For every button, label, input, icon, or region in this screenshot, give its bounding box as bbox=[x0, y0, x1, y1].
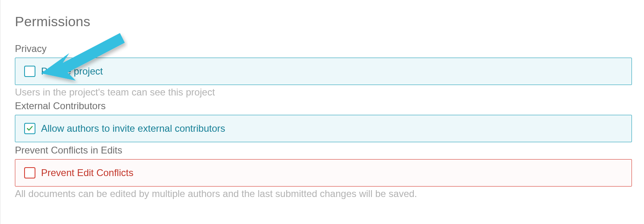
prevent-conflicts-option-label: Prevent Edit Conflicts bbox=[41, 167, 133, 178]
private-project-checkbox[interactable] bbox=[24, 66, 35, 77]
private-project-option[interactable]: Private project bbox=[15, 58, 632, 85]
section-title: Permissions bbox=[15, 14, 632, 29]
prevent-conflicts-checkbox[interactable] bbox=[24, 167, 35, 178]
check-icon bbox=[27, 125, 33, 132]
allow-external-checkbox[interactable] bbox=[24, 123, 35, 134]
allow-external-label: Allow authors to invite external contrib… bbox=[41, 123, 225, 134]
prevent-conflicts-label: Prevent Conflicts in Edits bbox=[15, 145, 632, 156]
conflicts-helper: All documents can be edited by multiple … bbox=[15, 188, 632, 199]
prevent-conflicts-option[interactable]: Prevent Edit Conflicts bbox=[15, 159, 632, 187]
private-project-label: Private project bbox=[41, 66, 103, 77]
privacy-helper: Users in the project's team can see this… bbox=[15, 87, 632, 98]
allow-external-option[interactable]: Allow authors to invite external contrib… bbox=[15, 115, 632, 142]
permissions-panel: Permissions Privacy Private project User… bbox=[0, 0, 644, 224]
external-contributors-label: External Contributors bbox=[15, 100, 632, 112]
privacy-label: Privacy bbox=[15, 43, 632, 54]
